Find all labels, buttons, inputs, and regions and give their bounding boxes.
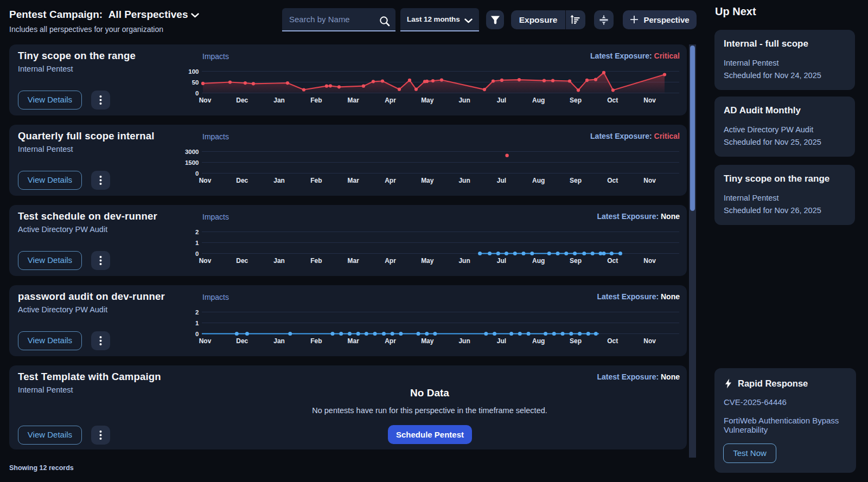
svg-text:Feb: Feb (310, 257, 322, 265)
svg-text:Sep: Sep (570, 97, 582, 104)
svg-text:Nov: Nov (199, 337, 212, 345)
svg-text:Nov: Nov (199, 97, 212, 104)
svg-text:Sep: Sep (570, 177, 582, 184)
svg-text:Jul: Jul (497, 97, 506, 104)
svg-text:Feb: Feb (310, 177, 322, 184)
svg-text:50: 50 (192, 79, 199, 86)
svg-text:Nov: Nov (199, 177, 212, 184)
svg-text:Sep: Sep (570, 257, 582, 265)
svg-text:Jun: Jun (458, 257, 470, 265)
svg-text:Aug: Aug (532, 257, 545, 265)
svg-text:Mar: Mar (348, 257, 360, 265)
svg-text:0: 0 (195, 170, 199, 177)
svg-text:Dec: Dec (236, 177, 248, 184)
svg-text:1: 1 (195, 320, 199, 326)
svg-text:Oct: Oct (607, 177, 618, 184)
svg-text:1: 1 (195, 240, 199, 246)
svg-text:Dec: Dec (236, 97, 248, 104)
svg-text:Aug: Aug (532, 177, 545, 184)
svg-text:Nov: Nov (643, 337, 656, 345)
svg-text:May: May (421, 97, 434, 104)
svg-text:Jan: Jan (273, 97, 285, 104)
svg-text:2: 2 (195, 229, 199, 235)
svg-text:Apr: Apr (385, 97, 396, 104)
svg-text:Apr: Apr (385, 177, 396, 184)
svg-text:Oct: Oct (607, 257, 618, 265)
svg-text:May: May (421, 177, 434, 184)
svg-text:Jul: Jul (497, 177, 506, 184)
svg-text:Oct: Oct (607, 97, 618, 104)
svg-text:2: 2 (195, 309, 199, 316)
svg-text:Aug: Aug (532, 97, 545, 104)
svg-text:Nov: Nov (199, 257, 212, 265)
svg-text:Oct: Oct (607, 337, 618, 345)
svg-text:0: 0 (195, 90, 199, 97)
svg-text:0: 0 (195, 250, 199, 257)
svg-text:Jun: Jun (458, 177, 470, 184)
svg-text:Jul: Jul (497, 337, 506, 345)
svg-text:Jan: Jan (273, 337, 285, 345)
svg-text:Sep: Sep (570, 337, 582, 345)
svg-text:0: 0 (195, 331, 199, 337)
svg-text:Apr: Apr (385, 257, 396, 265)
svg-text:Jun: Jun (458, 337, 470, 345)
svg-text:Nov: Nov (643, 97, 656, 104)
svg-text:100: 100 (188, 68, 199, 75)
svg-text:May: May (421, 257, 434, 265)
svg-text:Dec: Dec (236, 257, 248, 265)
svg-text:Jan: Jan (273, 257, 285, 265)
svg-text:1500: 1500 (185, 159, 199, 166)
svg-text:May: May (421, 337, 434, 345)
svg-text:Dec: Dec (236, 337, 248, 345)
svg-text:Apr: Apr (385, 337, 396, 345)
svg-text:Jul: Jul (497, 257, 506, 265)
svg-text:Mar: Mar (348, 97, 360, 104)
svg-text:Jan: Jan (273, 177, 285, 184)
svg-text:Nov: Nov (643, 177, 656, 184)
svg-text:Jun: Jun (458, 97, 470, 104)
svg-text:3000: 3000 (185, 149, 199, 155)
svg-text:Aug: Aug (532, 337, 545, 345)
svg-text:Feb: Feb (310, 337, 322, 345)
svg-text:Mar: Mar (348, 337, 360, 345)
svg-text:Mar: Mar (348, 177, 360, 184)
svg-text:Feb: Feb (310, 97, 322, 104)
svg-text:Nov: Nov (643, 257, 656, 265)
